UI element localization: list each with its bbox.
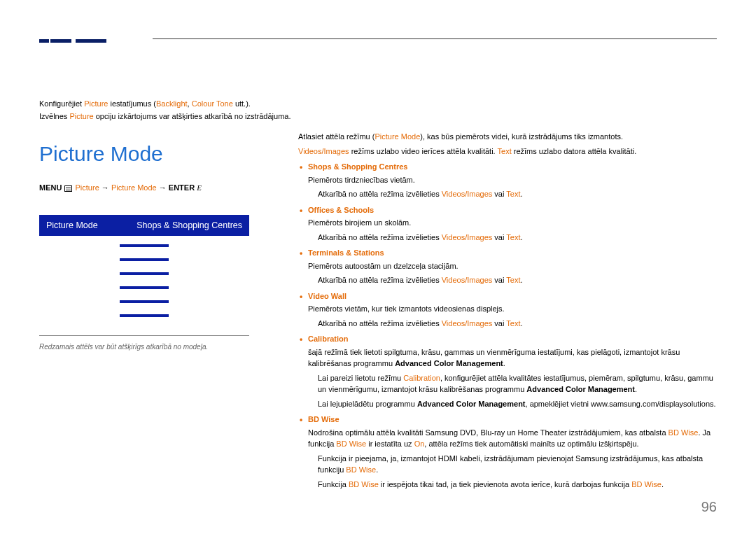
intro-text: Konfigurējiet Picture iestatījumus (Back… — [39, 98, 717, 122]
bullet-calibration: Calibration — [298, 333, 717, 345]
screenshot-row — [120, 286, 169, 289]
divider — [39, 335, 249, 336]
bullet-videowall: Video Wall — [298, 290, 717, 302]
bullet-offices: Offices & Schools — [298, 204, 717, 216]
disclaimer-text: Redzamais attēls var būt atšķirīgs atkar… — [39, 342, 270, 352]
section-heading: Picture Mode — [39, 138, 270, 169]
screenshot-row — [120, 258, 169, 261]
enter-icon: E — [197, 183, 202, 192]
chapter-header — [39, 39, 144, 52]
bullet-terminals: Terminals & Stations — [298, 247, 717, 259]
screenshot-title: Picture Mode — [46, 219, 98, 232]
screenshot-row — [120, 244, 169, 247]
menu-path: MENU Picture → Picture Mode → ENTER E — [39, 182, 270, 194]
screenshot-value: Shops & Shopping Centres — [136, 219, 242, 232]
content-body: Atlasiet attēla režīmu (Picture Mode), k… — [298, 128, 717, 493]
bullet-bdwise: BD Wise — [298, 414, 717, 426]
product-screenshot: Picture Mode Shops & Shopping Centres — [39, 215, 249, 318]
screenshot-row — [120, 300, 169, 303]
page-number: 96 — [701, 496, 717, 517]
bullet-shops: Shops & Shopping Centres — [298, 161, 717, 173]
menu-icon — [64, 185, 72, 192]
screenshot-row — [120, 314, 169, 317]
screenshot-row — [120, 272, 169, 275]
header-divider — [153, 38, 717, 39]
